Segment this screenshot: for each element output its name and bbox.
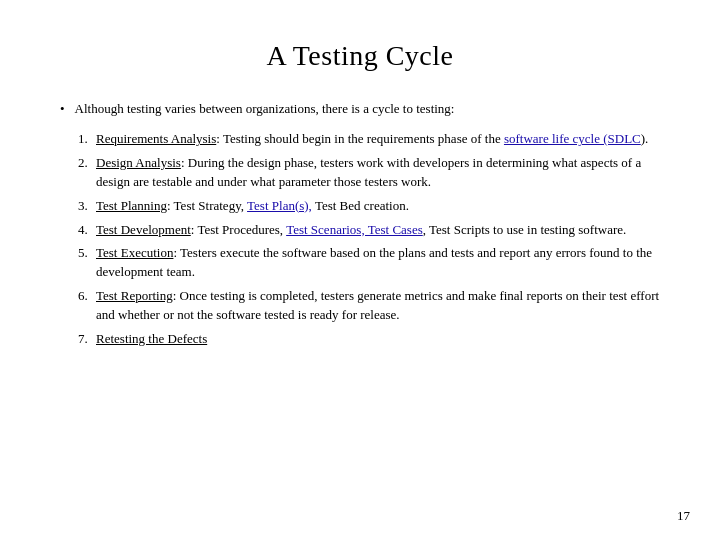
item-content: Test Execution: Testers execute the soft…: [96, 244, 660, 282]
list-item: 3. Test Planning: Test Strategy, Test Pl…: [78, 197, 660, 216]
slide-title: A Testing Cycle: [60, 40, 660, 72]
item-content: Test Planning: Test Strategy, Test Plan(…: [96, 197, 409, 216]
item-number: 7.: [78, 330, 96, 349]
list-item: 6. Test Reporting: Once testing is compl…: [78, 287, 660, 325]
intro-bullet: • Although testing varies between organi…: [60, 100, 660, 118]
item-content: Design Analysis: During the design phase…: [96, 154, 660, 192]
item-number: 5.: [78, 244, 96, 263]
item-label: Requirements Analysis: [96, 131, 216, 146]
item-label: Test Execution: [96, 245, 173, 260]
item-label: Test Reporting: [96, 288, 173, 303]
item-link[interactable]: Test Scenarios, Test Cases: [286, 222, 423, 237]
item-content: Retesting the Defects: [96, 330, 207, 349]
numbered-list: 1. Requirements Analysis: Testing should…: [78, 130, 660, 353]
item-number: 4.: [78, 221, 96, 240]
slide: A Testing Cycle • Although testing varie…: [0, 0, 720, 540]
list-item: 1. Requirements Analysis: Testing should…: [78, 130, 660, 149]
intro-text: Although testing varies between organiza…: [75, 100, 455, 118]
item-label: Test Planning: [96, 198, 167, 213]
page-number: 17: [677, 508, 690, 524]
item-label: Test Development: [96, 222, 191, 237]
item-link[interactable]: Test Plan(s),: [247, 198, 312, 213]
item-number: 3.: [78, 197, 96, 216]
item-content: Requirements Analysis: Testing should be…: [96, 130, 648, 149]
list-item: 7. Retesting the Defects: [78, 330, 660, 349]
item-number: 1.: [78, 130, 96, 149]
item-link[interactable]: software life cycle (SDLC: [504, 131, 641, 146]
item-label: Design Analysis: [96, 155, 181, 170]
list-item: 4. Test Development: Test Procedures, Te…: [78, 221, 660, 240]
item-content: Test Reporting: Once testing is complete…: [96, 287, 660, 325]
bullet-dot: •: [60, 101, 65, 117]
item-content: Test Development: Test Procedures, Test …: [96, 221, 626, 240]
item-number: 2.: [78, 154, 96, 173]
retesting-defects-label: Retesting the Defects: [96, 331, 207, 346]
item-number: 6.: [78, 287, 96, 306]
list-item: 2. Design Analysis: During the design ph…: [78, 154, 660, 192]
list-item: 5. Test Execution: Testers execute the s…: [78, 244, 660, 282]
